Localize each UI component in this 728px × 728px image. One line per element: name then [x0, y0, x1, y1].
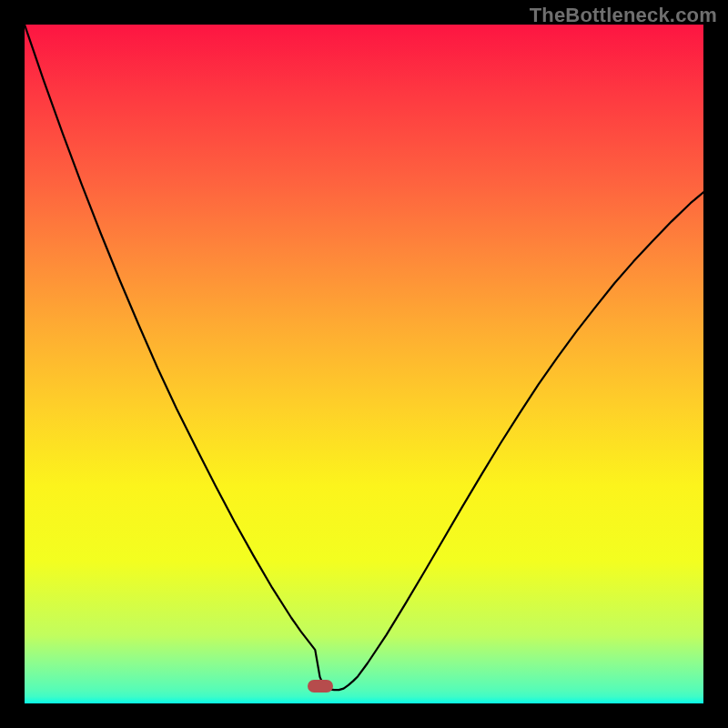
- watermark-text: TheBottleneck.com: [530, 4, 717, 27]
- plot-area: [25, 25, 703, 703]
- bottleneck-curve-path: [25, 25, 703, 690]
- chart-frame: TheBottleneck.com: [0, 0, 728, 728]
- bottleneck-curve-svg: [25, 25, 703, 703]
- optimum-marker: [308, 680, 333, 693]
